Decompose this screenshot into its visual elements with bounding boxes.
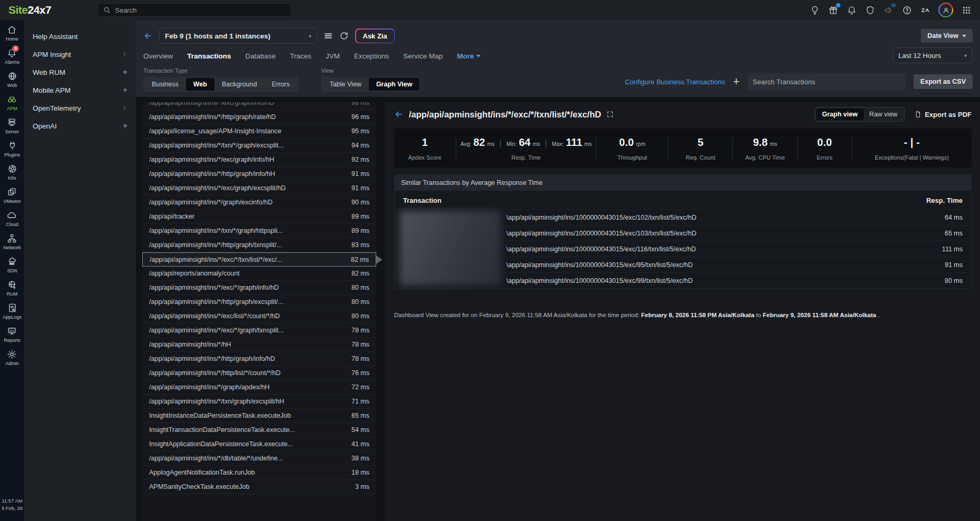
type-background[interactable]: Background	[214, 78, 264, 91]
rail-item-alarms[interactable]: 6Alarms	[5, 48, 19, 65]
top-bar: Site24x7 Search	[0, 0, 980, 20]
transaction-name: /app/api/apminsight/ins/*/http/graph/txn…	[149, 241, 351, 249]
type-errors[interactable]: Errors	[264, 78, 297, 91]
sidebar-item-help-assistant[interactable]: Help Assistant	[24, 27, 136, 45]
rail-item-applogs[interactable]: AppLogs	[3, 303, 22, 320]
rail-item-vmware[interactable]: VMware	[3, 187, 21, 204]
configure-business-transactions-link[interactable]: Configure Business Transactions	[625, 78, 725, 86]
sidebar-item-openai[interactable]: OpenAI+	[24, 117, 136, 135]
export-as-pdf-button[interactable]: Export as PDF	[914, 111, 972, 119]
transaction-row[interactable]: /app/api/apminsight/ins/*/txn/*/graph/ex…	[142, 139, 376, 153]
tab-database[interactable]: Database	[246, 52, 276, 60]
transaction-row[interactable]: /app/api/apminsight/ins/*/exc/graph/excs…	[142, 181, 376, 195]
transaction-row[interactable]: APMSanityCheckTask.executeJob3 ms	[142, 480, 376, 494]
type-web[interactable]: Web	[186, 78, 214, 91]
rail-item-network[interactable]: Network	[3, 233, 21, 250]
transaction-row[interactable]: /app/api/apminsight/ins/*/hH78 ms	[142, 338, 376, 352]
transaction-row[interactable]: /app/api/apminsight/ins/*/txn/graph/excs…	[142, 395, 376, 409]
transaction-row[interactable]: /app/api/apminsight/ins/*/http/graph/exc…	[142, 295, 376, 309]
transaction-row[interactable]: InsightTransactionDataPersistenceTask.ex…	[142, 423, 376, 437]
tab-traces[interactable]: Traces	[290, 52, 311, 60]
transaction-row[interactable]: /app/api/tracker89 ms	[142, 210, 376, 224]
rail-item-admin[interactable]: Admin	[5, 349, 19, 366]
transaction-row[interactable]: /app/api/apminsight/ins/*/exc/graph/info…	[142, 153, 376, 167]
transaction-row[interactable]: ApplogAgentNotificationTask.runJob18 ms	[142, 466, 376, 480]
back-arrow-icon[interactable]	[143, 31, 153, 41]
transaction-name: APMSanityCheckTask.executeJob	[149, 483, 355, 490]
tab-transactions[interactable]: Transactions	[187, 52, 231, 60]
time-range-dropdown[interactable]: Last 12 Hours ▾	[893, 47, 973, 63]
avatar[interactable]	[938, 3, 953, 17]
tab-exceptions[interactable]: Exceptions	[354, 52, 389, 60]
refresh-icon[interactable]	[339, 31, 349, 41]
transaction-row[interactable]: InsightApplicationDataPersistenceTask.ex…	[142, 437, 376, 451]
transaction-row[interactable]: /app/api/apminsight/ins/*/http/graph/inf…	[142, 167, 376, 181]
rum-icon	[7, 280, 17, 290]
transaction-row[interactable]: /app/api/apminsight/ins/*/exc/*/graph/tx…	[142, 323, 376, 338]
tab-jvm[interactable]: JVM	[326, 52, 340, 60]
transaction-row[interactable]: /app/api/license_usage/APM-Insight-Insta…	[142, 124, 376, 139]
rail-item-cloud[interactable]: Cloud	[6, 210, 18, 227]
rail-item-k8s[interactable]: K8s	[7, 164, 17, 181]
detail-back-arrow-icon[interactable]	[394, 110, 404, 119]
transaction-row[interactable]: /app/api/apminsight/ins/*/http/graph/rat…	[142, 110, 376, 124]
type-business[interactable]: Business	[144, 78, 186, 91]
transaction-name: /app/api/license_usage/APM-Insight-Insta…	[149, 127, 351, 135]
detail-view-raw-view[interactable]: Raw view	[864, 109, 904, 120]
transaction-row[interactable]: /app/api/apminsight/ins/*/db/table/*/und…	[142, 451, 376, 466]
hamburger-menu-icon[interactable]	[324, 31, 333, 41]
transaction-row[interactable]: /app/api/apminsight/ins/*/graph/excinfo/…	[142, 195, 376, 210]
bulb-icon[interactable]	[809, 5, 820, 15]
rail-item-rum[interactable]: RUM	[7, 280, 18, 297]
bell-icon[interactable]	[846, 5, 857, 15]
transaction-row[interactable]: /app/api/apminsight/ins/*/exc/list/*/cou…	[142, 309, 376, 323]
export-as-csv-button[interactable]: Export as CSV	[914, 74, 973, 89]
transaction-row[interactable]: /app/api/apminsight/ins/*/graph/apdex/hH…	[142, 380, 376, 395]
sidebar-item-web-rum[interactable]: Web RUM+	[24, 63, 136, 81]
view-table-view[interactable]: Table View	[322, 78, 369, 91]
view-graph-view[interactable]: Graph View	[369, 78, 420, 91]
transaction-row[interactable]: InsightInstanceDataPersistenceTask.execu…	[142, 409, 376, 423]
rail-item-apm[interactable]: APM	[7, 94, 17, 111]
transaction-row[interactable]: /app/api/apminsight/ins/*/http/list/*/co…	[142, 366, 376, 380]
megaphone-icon[interactable]	[883, 5, 894, 15]
add-business-transaction-icon[interactable]: +	[733, 76, 740, 87]
rail-item-home[interactable]: Home	[6, 25, 18, 42]
rail-item-label: RUM	[7, 291, 18, 297]
rail-item-reports[interactable]: Reports	[4, 326, 21, 343]
apps-grid-icon[interactable]	[961, 5, 972, 15]
date-view-button[interactable]: Date View	[921, 29, 973, 43]
rail-item-server[interactable]: Server	[5, 117, 19, 134]
detail-view-graph-view[interactable]: Graph view	[816, 109, 863, 120]
help-icon[interactable]	[901, 5, 912, 15]
transaction-name: /app/api/apminsight/ins/*/exc/graph/info…	[149, 102, 351, 106]
search-transactions-input[interactable]: Search Transactions	[748, 73, 906, 90]
transaction-row[interactable]: /app/api/apminsight/ins/*/http/graph/txn…	[142, 238, 376, 252]
rail-item-label: Reports	[4, 338, 21, 343]
transaction-row[interactable]: /app/api/apminsight/ins/*/http/graph/inf…	[142, 352, 376, 366]
transaction-row[interactable]: /app/api/apminsight/ins/*/exc/graph/info…	[142, 102, 376, 110]
rail-item-plugins[interactable]: Plugins	[4, 141, 20, 158]
tab-overview[interactable]: Overview	[143, 52, 173, 60]
site24x7-logo[interactable]: Site24x7	[8, 4, 51, 16]
expand-icon[interactable]	[606, 111, 614, 118]
transaction-row[interactable]: /app/api/apminsight/ins/*/exc/*/txn/list…	[142, 252, 376, 267]
sidebar-item-apm-insight[interactable]: APM Insight	[24, 45, 136, 63]
rail-item-web[interactable]: Web	[7, 71, 17, 88]
sidebar-item-opentelemetry[interactable]: OpenTelemetry	[24, 99, 136, 117]
zia-icon[interactable]	[920, 5, 930, 15]
transaction-row[interactable]: /app/api/apminsight/ins/*/exc/*/graph/in…	[142, 281, 376, 295]
ask-zia-button[interactable]: Ask Zia	[355, 28, 395, 43]
tab-service-map[interactable]: Service Map	[403, 52, 443, 60]
transaction-row[interactable]: /app/api/reports/anomaly/count82 ms	[142, 267, 376, 281]
sidebar-item-mobile-apm[interactable]: Mobile APM+	[24, 81, 136, 99]
transaction-name: InsightInstanceDataPersistenceTask.execu…	[149, 412, 351, 419]
tab-more[interactable]: More	[457, 52, 481, 60]
transaction-row[interactable]: /app/api/apminsight/ins/*/txn/*/graph/ht…	[142, 224, 376, 238]
rail-item-sdn[interactable]: SDN	[7, 257, 17, 273]
shield-icon[interactable]	[865, 5, 875, 15]
gift-icon[interactable]	[828, 5, 838, 15]
rail-clock-date: 9 Feb, 26	[2, 505, 23, 513]
monitor-selector-dropdown[interactable]: Feb 9 (1 hosts and 1 instances) ▾	[159, 28, 317, 44]
global-search-input[interactable]: Search	[97, 3, 291, 17]
